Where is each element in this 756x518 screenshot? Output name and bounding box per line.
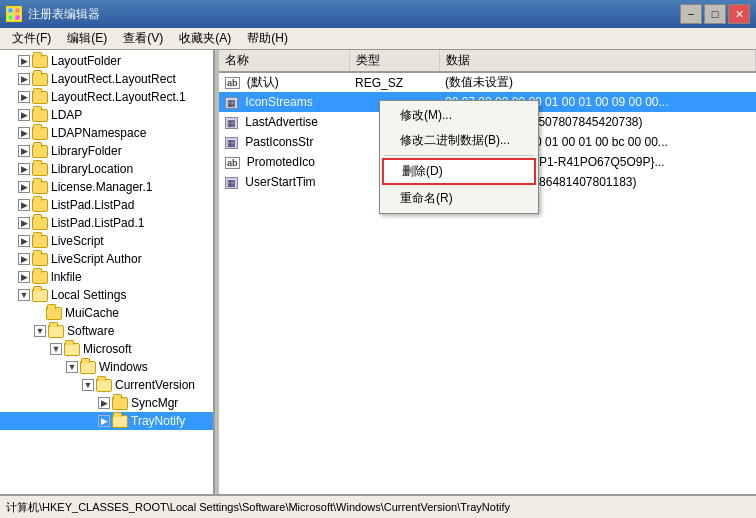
menu-edit[interactable]: 编辑(E) — [59, 29, 115, 49]
col-name[interactable]: 名称 — [219, 50, 349, 72]
tree-item-listpad[interactable]: ▶ ListPad.ListPad — [0, 196, 213, 214]
toggle-livescript[interactable]: ▶ — [18, 235, 30, 247]
ctx-delete[interactable]: 删除(D) — [382, 158, 536, 185]
toggle-libfolder[interactable]: ▶ — [18, 145, 30, 157]
tree-item-layoutrect[interactable]: ▶ LayoutRect.LayoutRect — [0, 70, 213, 88]
tree-label: CurrentVersion — [115, 378, 195, 392]
close-button[interactable]: ✕ — [728, 4, 750, 24]
tree-label: LDAP — [51, 108, 82, 122]
folder-icon — [80, 360, 96, 374]
folder-icon — [112, 414, 128, 428]
tree-item-lnkfile[interactable]: ▶ lnkfile — [0, 268, 213, 286]
tree-item-windows[interactable]: ▼ Windows — [0, 358, 213, 376]
menu-view[interactable]: 查看(V) — [115, 29, 171, 49]
tree-item-traynotify[interactable]: ▶ TrayNotify — [0, 412, 213, 430]
tree-item-localsettings[interactable]: ▼ Local Settings — [0, 286, 213, 304]
tree-item-livescriptauthor[interactable]: ▶ LiveScript Author — [0, 250, 213, 268]
folder-icon — [32, 162, 48, 176]
tree-item-libfolder[interactable]: ▶ LibraryFolder — [0, 142, 213, 160]
folder-icon — [32, 198, 48, 212]
menu-favorites[interactable]: 收藏夹(A) — [171, 29, 239, 49]
folder-icon — [32, 54, 48, 68]
window-controls: − □ ✕ — [680, 4, 750, 24]
tree-label: LayoutFolder — [51, 54, 121, 68]
svg-rect-0 — [8, 8, 13, 13]
toggle-livescriptauthor[interactable]: ▶ — [18, 253, 30, 265]
folder-icon — [46, 306, 62, 320]
toggle-software[interactable]: ▼ — [34, 325, 46, 337]
toggle-microsoft[interactable]: ▼ — [50, 343, 62, 355]
cell-name: ▦ PastIconsStr — [219, 132, 349, 152]
ctx-separator — [384, 155, 534, 156]
tree-label: SyncMgr — [131, 396, 178, 410]
cell-name: ▦ IconStreams — [219, 92, 349, 112]
toggle-ldapns[interactable]: ▶ — [18, 127, 30, 139]
col-type[interactable]: 类型 — [349, 50, 439, 72]
toggle-libloc[interactable]: ▶ — [18, 163, 30, 175]
tree-item-software[interactable]: ▼ Software — [0, 322, 213, 340]
ctx-modify-bin[interactable]: 修改二进制数据(B)... — [380, 128, 538, 153]
tree-item-ldapns[interactable]: ▶ LDAPNamespace — [0, 124, 213, 142]
tree-label: Windows — [99, 360, 148, 374]
ctx-modify[interactable]: 修改(M)... — [380, 103, 538, 128]
toggle-license[interactable]: ▶ — [18, 181, 30, 193]
table-row[interactable]: ab (默认) REG_SZ (数值未设置) — [219, 72, 756, 92]
toggle-listpad1[interactable]: ▶ — [18, 217, 30, 229]
tree-label: LiveScript — [51, 234, 104, 248]
status-bar: 计算机\HKEY_CLASSES_ROOT\Local Settings\Sof… — [0, 494, 756, 518]
tree-item-livescript[interactable]: ▶ LiveScript — [0, 232, 213, 250]
tree-label: LibraryLocation — [51, 162, 133, 176]
maximize-button[interactable]: □ — [704, 4, 726, 24]
folder-icon — [32, 72, 48, 86]
col-data[interactable]: 数据 — [439, 50, 756, 72]
tree-item-muicache[interactable]: MuiCache — [0, 304, 213, 322]
tree-item-microsoft[interactable]: ▼ Microsoft — [0, 340, 213, 358]
tree-item-libloc[interactable]: ▶ LibraryLocation — [0, 160, 213, 178]
toggle-traynotify[interactable]: ▶ — [98, 415, 110, 427]
folder-icon — [112, 396, 128, 410]
toggle-localsettings[interactable]: ▼ — [18, 289, 30, 301]
menu-help[interactable]: 帮助(H) — [239, 29, 296, 49]
menu-file[interactable]: 文件(F) — [4, 29, 59, 49]
status-text: 计算机\HKEY_CLASSES_ROOT\Local Settings\Sof… — [6, 500, 510, 515]
toggle-lnkfile[interactable]: ▶ — [18, 271, 30, 283]
cell-name: ab (默认) — [219, 72, 349, 92]
toggle-currentversion[interactable]: ▼ — [82, 379, 94, 391]
tree-label: MuiCache — [65, 306, 119, 320]
cell-name: ▦ LastAdvertise — [219, 112, 349, 132]
tree-label: Local Settings — [51, 288, 126, 302]
folder-icon — [32, 126, 48, 140]
ctx-rename[interactable]: 重命名(R) — [380, 186, 538, 211]
toggle-layoutfolder[interactable]: ▶ — [18, 55, 30, 67]
tree-item-syncmgr[interactable]: ▶ SyncMgr — [0, 394, 213, 412]
toggle-syncmgr[interactable]: ▶ — [98, 397, 110, 409]
tree-panel[interactable]: ▶ LayoutFolder ▶ LayoutRect.LayoutRect ▶… — [0, 50, 215, 494]
tree-label: LiveScript Author — [51, 252, 142, 266]
tree-item-listpad1[interactable]: ▶ ListPad.ListPad.1 — [0, 214, 213, 232]
tree-item-currentversion[interactable]: ▼ CurrentVersion — [0, 376, 213, 394]
bin-icon: ▦ — [225, 137, 238, 149]
minimize-button[interactable]: − — [680, 4, 702, 24]
folder-icon — [96, 378, 112, 392]
folder-icon — [32, 180, 48, 194]
ab-icon: ab — [225, 77, 240, 89]
tree-item-layoutfolder[interactable]: ▶ LayoutFolder — [0, 52, 213, 70]
svg-rect-2 — [8, 15, 13, 20]
toggle-windows[interactable]: ▼ — [66, 361, 78, 373]
toggle-layoutrect1[interactable]: ▶ — [18, 91, 30, 103]
right-panel: 名称 类型 数据 ab (默认) REG_SZ (数值未设置) — [219, 50, 756, 494]
tree-item-ldap[interactable]: ▶ LDAP — [0, 106, 213, 124]
folder-icon — [32, 216, 48, 230]
folder-icon — [32, 288, 48, 302]
toggle-ldap[interactable]: ▶ — [18, 109, 30, 121]
svg-rect-1 — [15, 8, 20, 13]
svg-rect-3 — [15, 15, 20, 20]
ab-icon: ab — [225, 157, 240, 169]
tree-label: TrayNotify — [131, 414, 185, 428]
cell-data: (数值未设置) — [439, 72, 756, 92]
tree-item-layoutrect1[interactable]: ▶ LayoutRect.LayoutRect.1 — [0, 88, 213, 106]
tree-item-license[interactable]: ▶ License.Manager.1 — [0, 178, 213, 196]
toggle-layoutrect[interactable]: ▶ — [18, 73, 30, 85]
tree-label: ListPad.ListPad — [51, 198, 134, 212]
toggle-listpad[interactable]: ▶ — [18, 199, 30, 211]
